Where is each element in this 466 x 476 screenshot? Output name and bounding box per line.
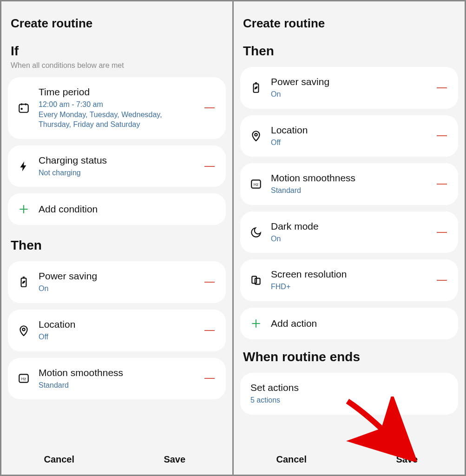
action-dark-mode[interactable]: Dark mode On — [240, 212, 458, 253]
action-power-saving[interactable]: Power saving On — [8, 261, 226, 303]
set-actions-card[interactable]: Set actions 5 actions — [240, 373, 458, 415]
then-label: Then — [243, 44, 455, 59]
action-content: Location Off — [271, 125, 427, 148]
action-value: On — [39, 284, 194, 294]
action-title: Location — [271, 125, 427, 136]
add-action-button[interactable]: Add action — [240, 308, 458, 339]
action-title: Dark mode — [271, 221, 427, 232]
action-content: Dark mode On — [271, 221, 427, 244]
hz-icon: Hz — [17, 372, 30, 385]
plus-icon — [17, 203, 30, 216]
remove-icon[interactable] — [435, 225, 449, 239]
action-content: Motion smoothness Standard — [39, 367, 194, 390]
action-value: Standard — [39, 380, 194, 390]
location-pin-icon — [249, 129, 263, 142]
if-label: If — [11, 44, 223, 59]
calendar-icon — [17, 101, 30, 114]
action-title: Power saving — [39, 271, 194, 282]
bottom-bar: Cancel Save — [1, 444, 232, 475]
action-title: Location — [39, 319, 194, 330]
add-content: Add condition — [39, 203, 217, 216]
scroll-area: Create routine If When all conditions be… — [1, 1, 232, 444]
condition-title: Time period — [39, 86, 194, 98]
if-subtitle: When all conditions below are met — [11, 61, 223, 70]
bolt-icon — [17, 160, 30, 173]
battery-leaf-icon — [249, 81, 263, 94]
plus-icon — [249, 317, 263, 330]
screen-left: Create routine If When all conditions be… — [1, 1, 232, 475]
add-label: Add action — [271, 317, 449, 330]
action-title: Power saving — [271, 76, 427, 87]
condition-content: Time period 12:00 am - 7:30 am Every Mon… — [39, 86, 194, 130]
action-value: FHD+ — [271, 282, 427, 292]
scroll-area: Create routine Then Power saving On Loca… — [234, 1, 465, 444]
add-content: Add action — [271, 317, 449, 330]
remove-icon[interactable] — [203, 159, 217, 173]
remove-icon[interactable] — [203, 324, 217, 337]
set-actions-title: Set actions — [250, 382, 448, 393]
action-motion-smoothness[interactable]: Hz Motion smoothness Standard — [8, 358, 226, 400]
then-label: Then — [11, 238, 223, 253]
action-screen-resolution[interactable]: Screen resolution FHD+ — [240, 259, 458, 301]
page-title: Create routine — [243, 16, 455, 31]
svg-text:Hz: Hz — [21, 377, 26, 382]
cancel-button[interactable]: Cancel — [1, 454, 117, 465]
action-power-saving[interactable]: Power saving On — [240, 67, 458, 109]
location-pin-icon — [17, 324, 30, 337]
svg-point-1 — [21, 108, 22, 109]
action-content: Power saving On — [271, 76, 427, 99]
add-label: Add condition — [39, 203, 217, 216]
remove-icon[interactable] — [203, 371, 217, 385]
action-location[interactable]: Location Off — [8, 310, 226, 351]
action-value: Off — [39, 332, 194, 342]
set-actions-value: 5 actions — [250, 395, 448, 405]
action-value: On — [271, 89, 427, 99]
condition-title: Charging status — [39, 155, 194, 166]
remove-icon[interactable] — [203, 275, 217, 289]
action-location[interactable]: Location Off — [240, 115, 458, 157]
svg-text:Hz: Hz — [254, 182, 259, 187]
action-value: Off — [271, 138, 427, 148]
condition-content: Charging status Not charging — [39, 155, 194, 178]
action-content: Screen resolution FHD+ — [271, 269, 427, 292]
remove-icon[interactable] — [435, 177, 449, 191]
save-button[interactable]: Save — [349, 454, 465, 465]
svg-rect-0 — [19, 105, 28, 112]
battery-leaf-icon — [17, 276, 30, 289]
condition-value: Not charging — [39, 168, 194, 178]
action-content: Power saving On — [39, 271, 194, 294]
screen-right: Create routine Then Power saving On Loca… — [234, 1, 465, 475]
action-content: Location Off — [39, 319, 194, 342]
remove-icon[interactable] — [203, 101, 217, 115]
svg-point-7 — [255, 134, 257, 136]
resolution-icon — [249, 274, 263, 287]
remove-icon[interactable] — [435, 129, 449, 143]
action-title: Screen resolution — [271, 269, 427, 280]
condition-charging-status[interactable]: Charging status Not charging — [8, 145, 226, 187]
cancel-button[interactable]: Cancel — [234, 454, 349, 465]
save-button[interactable]: Save — [117, 454, 233, 465]
action-content: Motion smoothness Standard — [271, 172, 427, 196]
set-actions-content: Set actions 5 actions — [250, 382, 448, 405]
hz-icon: Hz — [249, 178, 263, 191]
add-condition-button[interactable]: Add condition — [8, 193, 226, 225]
page-title: Create routine — [11, 16, 223, 31]
action-motion-smoothness[interactable]: Hz Motion smoothness Standard — [240, 163, 458, 205]
moon-icon — [249, 226, 263, 239]
action-value: On — [271, 234, 427, 244]
action-title: Motion smoothness — [39, 367, 194, 378]
bottom-bar: Cancel Save — [234, 444, 465, 475]
ends-label: When routine ends — [243, 350, 455, 364]
remove-icon[interactable] — [435, 273, 449, 287]
svg-rect-10 — [252, 277, 256, 284]
condition-value: 12:00 am - 7:30 am Every Monday, Tuesday… — [39, 99, 194, 130]
remove-icon[interactable] — [435, 81, 449, 95]
action-value: Standard — [271, 185, 427, 196]
action-title: Motion smoothness — [271, 172, 427, 184]
svg-point-3 — [22, 328, 25, 331]
condition-time-period[interactable]: Time period 12:00 am - 7:30 am Every Mon… — [8, 77, 226, 139]
